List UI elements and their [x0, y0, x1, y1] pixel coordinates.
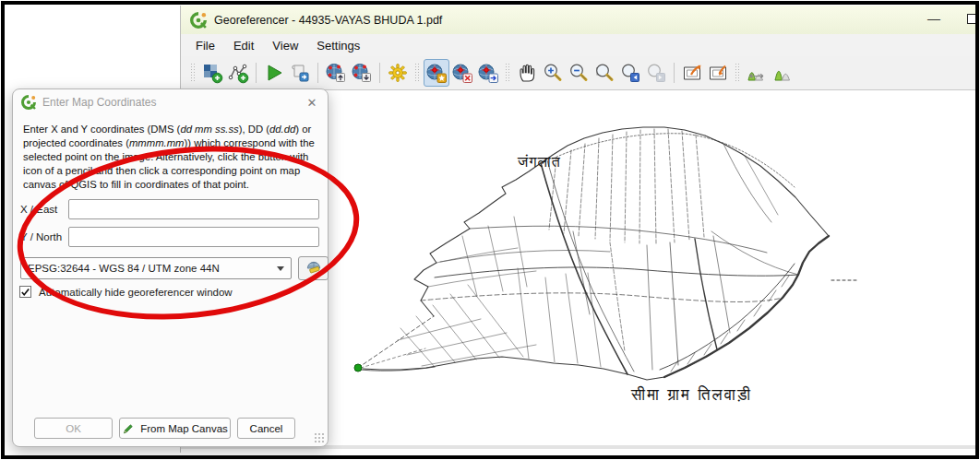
close-icon[interactable]: ✕ [304, 95, 320, 112]
zoom-next-button[interactable] [643, 59, 669, 87]
toolbar-separator [256, 63, 257, 83]
zoom-last-icon [619, 62, 641, 84]
open-raster-icon [201, 62, 223, 84]
gdal-script-button[interactable] [287, 59, 313, 87]
delete-point-icon [451, 62, 473, 84]
y-north-label: Y / North [20, 231, 68, 242]
menu-edit[interactable]: Edit [224, 36, 263, 55]
qgis-logo-icon [21, 95, 36, 110]
local-histogram-stretch-icon [746, 62, 768, 84]
zoom-in-icon [542, 62, 564, 84]
zoom-last-button[interactable] [617, 59, 643, 87]
open-vector-icon [227, 62, 249, 84]
local-histogram-stretch-button[interactable] [744, 59, 770, 87]
map-label-forest: जंगलात [518, 153, 561, 171]
load-gcp-points-icon [325, 62, 347, 84]
toolbar-drag-handle[interactable] [190, 63, 196, 83]
gcp-marker [354, 364, 362, 372]
add-point-button[interactable] [424, 59, 449, 87]
dialog-description: Enter X and Y coordinates (DMS (dd mm ss… [23, 123, 320, 192]
full-histogram-stretch-button[interactable] [770, 59, 795, 87]
menu-view[interactable]: View [263, 36, 307, 55]
add-point-icon [425, 62, 448, 84]
delete-point-button[interactable] [449, 59, 475, 87]
menu-file[interactable]: File [186, 36, 224, 55]
toolbar-separator [379, 63, 380, 83]
save-gcp-points-icon [351, 62, 373, 84]
menu-bar: FileEditViewSettings [181, 34, 977, 56]
move-point-icon [477, 62, 499, 84]
zoom-to-layer-button[interactable] [592, 59, 617, 87]
from-map-canvas-label: From Map Canvas [140, 423, 228, 434]
zoom-out-icon [568, 62, 590, 84]
maximize-button[interactable] [967, 14, 977, 24]
from-map-canvas-button[interactable]: From Map Canvas [119, 418, 231, 439]
map-label-village-boundary: सीमा ग्राम तिलवाड़ी [631, 385, 752, 404]
window-title: Georeferencer - 44935-VAYAS BHUDA 1.pdf [214, 14, 442, 27]
dialog-title: Enter Map Coordinates [42, 96, 156, 109]
link-qgis-to-georeferencer-icon [707, 62, 729, 84]
start-georeferencing-button[interactable] [261, 59, 287, 87]
zoom-in-button[interactable] [540, 59, 566, 87]
auto-hide-label: Automatically hide georeferencer window [39, 287, 233, 298]
crs-globe-pencil-icon [305, 259, 323, 277]
crs-dropdown[interactable]: EPSG:32644 - WGS 84 / UTM zone 44N [20, 257, 292, 279]
dialog-title-bar: Enter Map Coordinates ✕ [13, 89, 328, 115]
enter-map-coordinates-dialog: Enter Map Coordinates ✕ Enter X and Y co… [12, 88, 329, 447]
crs-selected-value: EPSG:32644 - WGS 84 / UTM zone 44N [28, 263, 220, 274]
load-gcp-points-button[interactable] [323, 59, 349, 87]
y-north-input[interactable] [68, 227, 319, 247]
move-point-button[interactable] [475, 59, 501, 87]
zoom-next-icon [645, 62, 667, 84]
select-crs-button[interactable] [298, 256, 329, 280]
start-georeferencing-icon [263, 62, 285, 84]
title-bar: Georeferencer - 44935-VAYAS BHUDA 1.pdf … [181, 6, 977, 34]
toolbar-separator [674, 63, 675, 83]
toolbar-separator [317, 63, 318, 83]
toolbar-drag-handle[interactable] [505, 63, 510, 83]
save-gcp-points-button[interactable] [349, 59, 375, 87]
link-qgis-to-georeferencer-button[interactable] [705, 59, 731, 87]
pan-icon [516, 62, 538, 84]
toolbar-drag-handle[interactable] [414, 63, 420, 83]
chevron-down-icon [277, 266, 284, 271]
gdal-script-icon [289, 62, 311, 84]
link-georeferencer-to-qgis-icon [681, 62, 703, 84]
open-raster-button[interactable] [199, 59, 225, 87]
toolbar-drag-handle[interactable] [735, 63, 740, 83]
resize-grip[interactable] [314, 432, 325, 443]
x-east-label: X / East [20, 204, 68, 215]
cancel-button[interactable]: Cancel [237, 418, 295, 439]
open-vector-button[interactable] [225, 59, 251, 87]
checkmark-icon [20, 287, 30, 298]
minimize-button[interactable]: — [919, 9, 949, 29]
auto-hide-checkbox[interactable] [19, 286, 31, 298]
zoom-to-layer-icon [593, 62, 615, 84]
pan-button[interactable] [514, 59, 540, 87]
transformation-settings-icon [387, 62, 409, 84]
zoom-out-button[interactable] [566, 59, 592, 87]
full-histogram-stretch-icon [771, 62, 794, 84]
qgis-logo-icon [190, 12, 207, 29]
pencil-icon [122, 422, 135, 435]
ok-button[interactable]: OK [34, 418, 113, 439]
menu-settings[interactable]: Settings [307, 36, 369, 55]
toolbar [181, 56, 977, 90]
x-east-input[interactable] [68, 199, 319, 219]
transformation-settings-button[interactable] [385, 59, 411, 87]
link-georeferencer-to-qgis-button[interactable] [679, 59, 705, 87]
